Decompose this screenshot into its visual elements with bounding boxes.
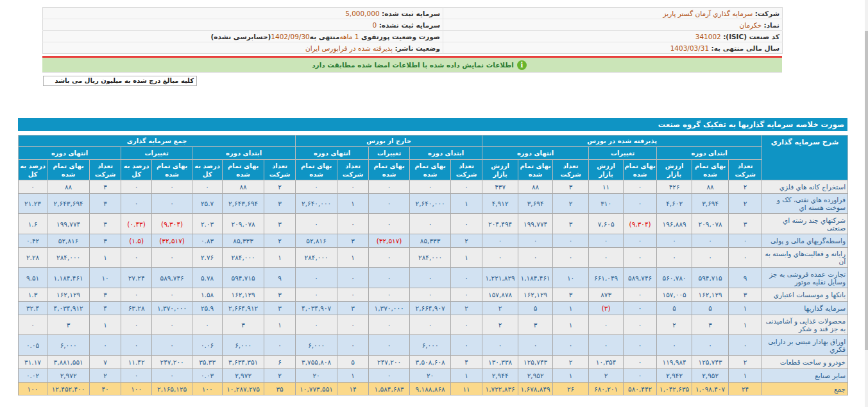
value-cell: ۰ [369, 268, 410, 288]
value-cell: ۲ [657, 315, 692, 335]
value-cell: ۰ [152, 288, 192, 302]
value-cell: ۲.۲۸ [19, 248, 47, 268]
info-row-isic: کد صنعت (ISIC): 341002 صورت وضعیت پورتفو… [43, 31, 783, 42]
value-cell: ۰.۰۲ [19, 369, 47, 383]
value-cell: ۰ [296, 288, 337, 302]
value-cell: ۸۸ [692, 180, 729, 194]
value-cell: ۱,۰۹۸,۴۰۷ [692, 383, 729, 395]
industry-group-label: خودرو و ساخت قطعات [762, 356, 848, 369]
value-cell: ۰ [410, 315, 451, 335]
value-cell: ۴۳۷ [482, 180, 518, 194]
value-cell: ۲,۶۴۳,۶۹۴ [47, 194, 90, 214]
value-cell: ۱,۳۷۰,۰۰۰ [152, 302, 192, 315]
value-cell: ۱۳۰,۳۳۸ [482, 356, 518, 369]
column-subgroup-header: ابتدای دوره [657, 147, 762, 160]
value-cell: ۳ [553, 180, 589, 194]
value-cell: ۲,۹۴۴ [482, 369, 518, 383]
value-cell: ۱,۱۸۴,۴۶۱ [47, 268, 90, 288]
value-cell: ۱ [553, 302, 589, 315]
value-cell: ۵۹۴,۷۱۵ [223, 268, 264, 288]
column-header: بهای تمام شده [296, 160, 337, 180]
value-cell: ۰ [296, 315, 337, 335]
industry-group-label: اوراق بهادار مبتنی بر دارایی فکري [762, 335, 848, 356]
value-cell: ۰ [589, 315, 624, 335]
value-cell: ۳ [223, 315, 264, 335]
value-cell: ۰ [369, 288, 410, 302]
company-info-panel: شرکت: سرمایه گذاري آرمان گستر پاریز سرما… [42, 7, 783, 54]
column-header: درصد به کل [19, 160, 47, 180]
value-cell: (۹,۳۰۴) [152, 214, 192, 234]
value-cell: ۷ [90, 356, 121, 369]
value-cell: ۰ [337, 214, 369, 234]
value-cell: ۰ [451, 180, 482, 194]
value-cell: ۱ [337, 248, 369, 268]
unregistered-capital-value: 0 [373, 21, 377, 29]
value-cell: ۲۰ [410, 369, 451, 383]
value-cell: ۰ [121, 248, 152, 268]
column-group-header: پذیرفته شده در بورس [482, 135, 762, 147]
value-cell: ۰ [624, 302, 657, 315]
value-cell: ۰ [657, 234, 692, 248]
value-cell: ۵۸۹,۷۴۶ [624, 268, 657, 288]
value-cell: ۱۶۲,۱۲۹ [223, 288, 264, 302]
value-cell: ۲ [90, 369, 121, 383]
table-row: شرکتهاي چند رشته اي صنعتی۳۲۰۹,۰۷۸۱۹۶,۸۸۹… [19, 214, 848, 234]
column-header: بهای تمام شده [518, 160, 553, 180]
value-cell: ۰ [624, 315, 657, 335]
value-cell: ۵۲,۸۱۶ [47, 234, 90, 248]
column-header: تعداد شرکت [90, 160, 121, 180]
issuer-status-label: وضعیت ناشر: [395, 44, 440, 52]
value-cell: ۳ [264, 214, 296, 234]
value-cell: ۰ [553, 335, 589, 356]
value-cell: ۰ [729, 248, 762, 268]
value-cell: ۰ [624, 288, 657, 302]
value-cell: ۲ [729, 180, 762, 194]
value-cell: ۹.۵۱ [19, 268, 47, 288]
column-header: بهای تمام شده [410, 160, 451, 180]
column-subgroup-header: ابتدای دوره [192, 147, 296, 160]
value-cell: ۲ [451, 234, 482, 248]
value-cell: ۰ [518, 234, 553, 248]
value-cell: ۲,۹۷۲ [47, 369, 90, 383]
page-scrollbar-track[interactable] [865, 0, 868, 407]
value-cell: ۰ [369, 248, 410, 268]
value-cell: ۷,۶۰۵ [589, 214, 624, 234]
value-cell: ۰ [624, 356, 657, 369]
value-cell: ۱ [451, 369, 482, 383]
table-row: خودرو و ساخت قطعات۲۱۲۵,۷۴۳۱۱۹,۹۸۴۰۱۰,۳۵۴… [19, 356, 848, 369]
value-cell: ۳ [264, 302, 296, 315]
value-cell: ۲.۰۳ [192, 214, 223, 234]
value-cell: ۴ [451, 356, 482, 369]
value-cell: ۰ [410, 214, 451, 234]
value-cell: ۰ [410, 288, 451, 302]
column-header: تعداد شرکت [729, 160, 762, 180]
value-cell: ۵۹۴,۷۱۵ [692, 268, 729, 288]
registered-capital-label: سرمایه ثبت شده: [382, 10, 440, 17]
value-cell: (۳۲,۵۱۷) [369, 234, 410, 248]
value-cell: ۸۵,۳۳۳ [410, 234, 451, 248]
industry-group-label: شرکتهاي چند رشته اي صنعتی [762, 214, 848, 234]
value-cell: ۵ [518, 302, 553, 315]
value-cell: ۰ [624, 180, 657, 194]
value-cell: ۱۴ [337, 383, 369, 395]
value-cell: ۲,۶۴۳,۶۹۴ [223, 194, 264, 214]
value-cell: ۵ [337, 356, 369, 369]
value-cell: ۵ [657, 302, 692, 315]
value-cell: ۸۷۳ [589, 288, 624, 302]
value-cell: ۱۲,۴۵۲,۴۰۰ [47, 383, 90, 395]
page-scrollbar-thumb[interactable] [865, 31, 868, 350]
value-cell: ۳ [90, 288, 121, 302]
value-cell: ۲۴۷,۲۰۰ [152, 356, 192, 369]
symbol-label: نماد: [763, 21, 779, 29]
value-cell: ۸۸ [47, 180, 90, 194]
value-cell: ۱۰,۲۸۷,۲۷۵ [223, 383, 264, 395]
value-cell: ۳,۷۵۵,۸۰۸ [296, 356, 337, 369]
value-cell: (۰.۴۳) [121, 214, 152, 234]
info-row-fiscal-year: سال مالی منتهی به: 1403/03/31 وضعیت ناشر… [43, 42, 783, 54]
value-cell: ۱۵۷,۸۷۸ [482, 288, 518, 302]
table-row: اوراق بهادار مبتنی بر دارایی فکري۰۰۰۰۰۰۰… [19, 335, 848, 356]
value-cell: ۲,۹۵۲ [518, 369, 553, 383]
value-cell: ۰ [121, 194, 152, 214]
value-cell: ۳,۶۹۴ [692, 194, 729, 214]
value-cell: ۵۲,۸۱۶ [296, 234, 337, 248]
